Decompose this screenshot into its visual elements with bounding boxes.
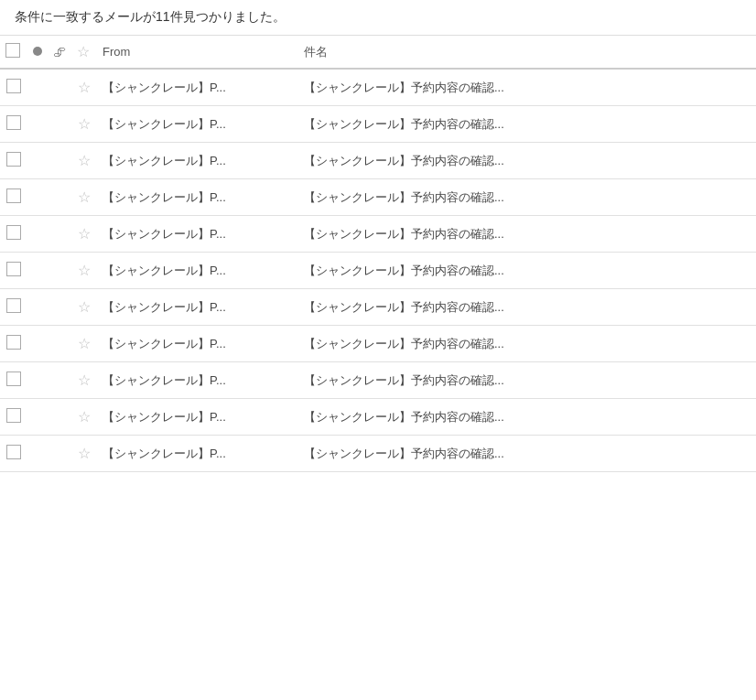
row-checkbox[interactable] [6, 335, 21, 350]
table-row: ☆ 【シャンクレール】P... 【シャンクレール】予約内容の確認... [0, 436, 756, 472]
header-star-col: ☆ [71, 36, 97, 69]
subject-text: 【シャンクレール】予約内容の確認... [304, 117, 504, 131]
row-checkbox-cell[interactable] [0, 143, 27, 179]
header-attach-col: 🖇 [48, 36, 71, 69]
star-icon[interactable]: ☆ [78, 446, 91, 461]
header-checkbox[interactable] [0, 36, 27, 69]
table-row: ☆ 【シャンクレール】P... 【シャンクレール】予約内容の確認... [0, 106, 756, 143]
row-dot-cell [27, 436, 48, 472]
row-subject: 【シャンクレール】予約内容の確認... [298, 289, 756, 326]
row-checkbox-cell[interactable] [0, 253, 27, 289]
subject-text: 【シャンクレール】予約内容の確認... [304, 337, 504, 350]
star-icon[interactable]: ☆ [78, 409, 91, 425]
row-attach-cell [48, 179, 71, 216]
row-attach-cell [48, 106, 71, 143]
row-checkbox[interactable] [6, 225, 21, 240]
row-dot-cell [27, 289, 48, 326]
row-checkbox-cell[interactable] [0, 179, 27, 216]
star-icon[interactable]: ☆ [78, 189, 91, 205]
row-checkbox-cell[interactable] [0, 69, 27, 106]
subject-text: 【シャンクレール】予約内容の確認... [304, 410, 504, 424]
header-dot-col [27, 36, 48, 69]
row-star-cell[interactable]: ☆ [71, 289, 97, 326]
subject-text: 【シャンクレール】予約内容の確認... [304, 227, 504, 241]
row-star-cell[interactable]: ☆ [71, 216, 97, 253]
row-star-cell[interactable]: ☆ [71, 253, 97, 289]
row-star-cell[interactable]: ☆ [71, 362, 97, 399]
row-from: 【シャンクレール】P... [97, 143, 298, 179]
row-star-cell[interactable]: ☆ [71, 326, 97, 362]
row-checkbox[interactable] [6, 445, 21, 459]
row-star-cell[interactable]: ☆ [71, 143, 97, 179]
table-header-row: 🖇 ☆ From 件名 [0, 36, 756, 69]
row-checkbox[interactable] [6, 408, 21, 423]
row-checkbox-cell[interactable] [0, 362, 27, 399]
row-subject: 【シャンクレール】予約内容の確認... [298, 362, 756, 399]
row-attach-cell [48, 436, 71, 472]
row-star-cell[interactable]: ☆ [71, 436, 97, 472]
row-subject: 【シャンクレール】予約内容の確認... [298, 216, 756, 253]
row-checkbox-cell[interactable] [0, 326, 27, 362]
row-from: 【シャンクレール】P... [97, 362, 298, 399]
row-checkbox-cell[interactable] [0, 399, 27, 436]
row-checkbox[interactable] [6, 262, 21, 276]
row-checkbox[interactable] [6, 115, 21, 130]
subject-text: 【シャンクレール】予約内容の確認... [304, 373, 504, 387]
row-subject: 【シャンクレール】予約内容の確認... [298, 436, 756, 472]
row-dot-cell [27, 69, 48, 106]
row-checkbox[interactable] [6, 188, 21, 203]
table-row: ☆ 【シャンクレール】P... 【シャンクレール】予約内容の確認... [0, 69, 756, 106]
row-checkbox[interactable] [6, 298, 21, 313]
row-checkbox[interactable] [6, 372, 21, 386]
row-from: 【シャンクレール】P... [97, 289, 298, 326]
star-icon[interactable]: ☆ [78, 153, 91, 168]
row-subject: 【シャンクレール】予約内容の確認... [298, 399, 756, 436]
row-attach-cell [48, 289, 71, 326]
row-star-cell[interactable]: ☆ [71, 106, 97, 143]
from-text: 【シャンクレール】P... [103, 337, 226, 350]
table-row: ☆ 【シャンクレール】P... 【シャンクレール】予約内容の確認... [0, 216, 756, 253]
row-dot-cell [27, 326, 48, 362]
row-star-cell[interactable]: ☆ [71, 399, 97, 436]
row-attach-cell [48, 216, 71, 253]
table-row: ☆ 【シャンクレール】P... 【シャンクレール】予約内容の確認... [0, 179, 756, 216]
row-checkbox-cell[interactable] [0, 436, 27, 472]
header-from: From [97, 36, 298, 69]
row-dot-cell [27, 253, 48, 289]
from-text: 【シャンクレール】P... [103, 154, 226, 167]
select-all-checkbox[interactable] [5, 43, 20, 58]
row-star-cell[interactable]: ☆ [71, 179, 97, 216]
table-row: ☆ 【シャンクレール】P... 【シャンクレール】予約内容の確認... [0, 399, 756, 436]
star-icon[interactable]: ☆ [78, 226, 91, 242]
from-text: 【シャンクレール】P... [103, 410, 226, 424]
row-checkbox-cell[interactable] [0, 289, 27, 326]
row-from: 【シャンクレール】P... [97, 216, 298, 253]
row-star-cell[interactable]: ☆ [71, 69, 97, 106]
star-icon[interactable]: ☆ [78, 263, 91, 278]
table-row: ☆ 【シャンクレール】P... 【シャンクレール】予約内容の確認... [0, 326, 756, 362]
row-checkbox[interactable] [6, 152, 21, 167]
star-icon: ☆ [77, 44, 90, 59]
row-checkbox-cell[interactable] [0, 106, 27, 143]
dot-icon [33, 47, 42, 56]
row-dot-cell [27, 362, 48, 399]
row-subject: 【シャンクレール】予約内容の確認... [298, 69, 756, 106]
header-subject: 件名 [298, 36, 756, 69]
star-icon[interactable]: ☆ [78, 299, 91, 315]
email-table: 🖇 ☆ From 件名 ☆ 【シャンクレール】P... 【シャンクレール】予約内… [0, 36, 756, 472]
subject-text: 【シャンクレール】予約内容の確認... [304, 264, 504, 277]
star-icon[interactable]: ☆ [78, 116, 91, 132]
star-icon[interactable]: ☆ [78, 80, 91, 95]
subject-text: 【シャンクレール】予約内容の確認... [304, 81, 504, 94]
row-from: 【シャンクレール】P... [97, 179, 298, 216]
row-from: 【シャンクレール】P... [97, 106, 298, 143]
row-checkbox-cell[interactable] [0, 216, 27, 253]
from-text: 【シャンクレール】P... [103, 447, 226, 460]
star-icon[interactable]: ☆ [78, 336, 91, 351]
star-icon[interactable]: ☆ [78, 372, 91, 388]
table-row: ☆ 【シャンクレール】P... 【シャンクレール】予約内容の確認... [0, 362, 756, 399]
subject-text: 【シャンクレール】予約内容の確認... [304, 447, 504, 460]
from-text: 【シャンクレール】P... [103, 227, 226, 241]
row-checkbox[interactable] [6, 79, 21, 93]
row-attach-cell [48, 326, 71, 362]
